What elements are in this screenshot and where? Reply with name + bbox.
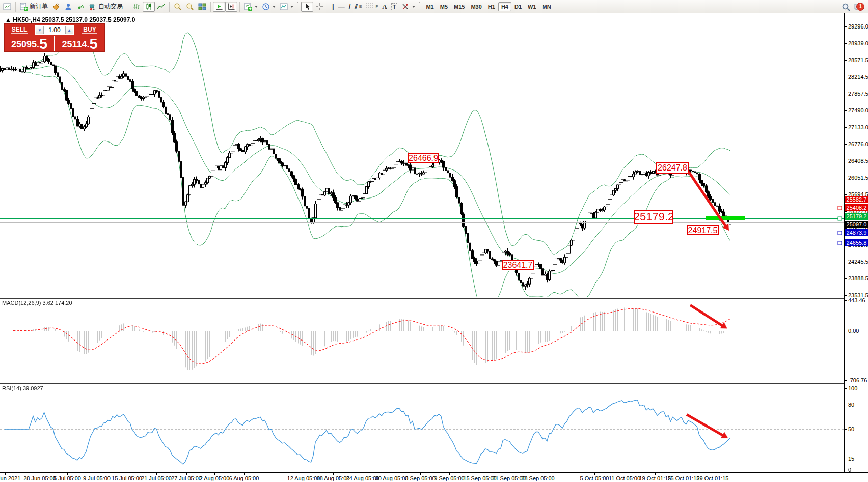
- time-tick-label: 5 Jul 05:00: [53, 475, 81, 481]
- signal-button[interactable]: [74, 2, 87, 12]
- rsi-tick: [845, 470, 847, 470]
- price-tick-label: 28939.0: [848, 40, 868, 46]
- channel-icon: ⫽: [355, 3, 358, 11]
- zoom-out-button[interactable]: [184, 2, 196, 12]
- search-button[interactable]: [839, 2, 852, 12]
- price-tick-label: 24245.5: [848, 259, 868, 265]
- arrows-tool-button[interactable]: [399, 2, 417, 12]
- label-tool-button[interactable]: T: [389, 2, 400, 12]
- price-tick-label: 27857.5: [848, 91, 868, 97]
- time-tick: [363, 473, 363, 475]
- price-tick-label: 29296.0: [848, 23, 868, 30]
- price-annotation[interactable]: 23641.7: [502, 260, 534, 270]
- fibonacci-icon: [366, 3, 374, 11]
- macd-tick-label: 0.00: [848, 328, 859, 334]
- time-tick-label: 28 Jun 05:00: [23, 475, 56, 481]
- bar-chart-button[interactable]: [130, 2, 143, 12]
- volume-decrease-button[interactable]: ▼: [36, 26, 44, 34]
- sell-button[interactable]: SELL: [5, 24, 34, 36]
- chart-window-icon-button[interactable]: [1, 2, 13, 12]
- time-tick-label: 12 Aug 05:00: [287, 475, 320, 481]
- volume-input[interactable]: [44, 25, 65, 35]
- new-order-button[interactable]: 新订单: [18, 2, 50, 12]
- buy-price[interactable]: 25114.5: [55, 36, 104, 51]
- price-annotation[interactable]: 25179.2: [634, 210, 673, 224]
- timeframe-button-d1[interactable]: D1: [511, 2, 525, 11]
- time-tick-label: 30 Aug 05:00: [375, 475, 409, 481]
- timeframe-button-m5[interactable]: M5: [437, 2, 451, 11]
- timeframe-button-h1[interactable]: H1: [485, 2, 498, 11]
- price-tick: [845, 144, 847, 145]
- price-tick: [845, 278, 847, 279]
- crosshair-tool-button[interactable]: [313, 2, 326, 12]
- trendline-tool-button[interactable]: /: [347, 2, 353, 12]
- clock-icon: [262, 3, 270, 11]
- rsi-tick: [845, 388, 847, 389]
- price-annotation[interactable]: 26466.9: [408, 153, 439, 163]
- text-tool-button[interactable]: A: [380, 2, 389, 12]
- volume-increase-button[interactable]: ▲: [65, 26, 73, 34]
- time-tick: [594, 473, 595, 475]
- crosshair-icon: [315, 3, 323, 11]
- sell-price[interactable]: 25095.5: [5, 36, 54, 51]
- support-highlight-bar[interactable]: [706, 216, 745, 220]
- periods-button[interactable]: [260, 2, 278, 12]
- line-chart-button[interactable]: [155, 2, 167, 12]
- time-tick: [156, 473, 157, 475]
- styler-button[interactable]: [50, 2, 62, 12]
- pane-separator[interactable]: [0, 382, 868, 382]
- price-tick: [845, 26, 847, 27]
- timeframe-button-m15[interactable]: M15: [451, 2, 468, 11]
- auto-trading-button[interactable]: 自动交易: [87, 2, 125, 12]
- time-tick-label: 11 Oct 05:00: [609, 475, 640, 481]
- price-annotation[interactable]: 24917.5: [687, 225, 719, 235]
- pane-separator[interactable]: [0, 297, 868, 297]
- collapse-arrow-icon[interactable]: ▲: [5, 16, 11, 23]
- price-tick-label: 27490.0: [848, 107, 868, 114]
- time-tick: [67, 473, 68, 475]
- buy-button[interactable]: BUY: [75, 24, 104, 36]
- cursor-tool-button[interactable]: [301, 2, 313, 12]
- zoom-in-button[interactable]: [172, 2, 184, 12]
- time-tick: [40, 473, 40, 475]
- auto-scroll-button[interactable]: [213, 2, 225, 12]
- time-tick: [655, 473, 656, 475]
- time-tick-label: 15 Jul 05:00: [112, 475, 142, 481]
- time-tick: [684, 473, 684, 475]
- timeframe-button-h4[interactable]: H4: [498, 2, 511, 11]
- time-tick-label: 21 Sep 05:00: [492, 475, 525, 481]
- macd-indicator-label: MACD(12,26,9) 3.62 174.20: [2, 300, 72, 306]
- profile-button[interactable]: [62, 2, 74, 12]
- channel-tool-button[interactable]: ⫽E: [352, 2, 364, 12]
- chart-plot-area[interactable]: [0, 13, 844, 472]
- time-tick: [127, 473, 127, 475]
- price-level-axis-box: 25179.2: [845, 213, 868, 220]
- price-tick-label: 28214.5: [848, 74, 868, 80]
- chart-stage: ▲ HK50-,H4 25037.5 25137.0 25037.5 25097…: [0, 13, 868, 482]
- time-tick: [392, 473, 392, 475]
- indicators-icon: [244, 3, 252, 11]
- time-tick-label: 18 Aug 05:00: [317, 475, 350, 481]
- timeframe-button-m1[interactable]: M1: [423, 2, 437, 11]
- timeframe-button-mn[interactable]: MN: [539, 2, 554, 11]
- vertical-line-tool-button[interactable]: |: [330, 2, 336, 12]
- templates-button[interactable]: [278, 2, 295, 12]
- community-chat-button[interactable]: 1: [852, 2, 867, 12]
- tile-windows-button[interactable]: [196, 2, 208, 12]
- time-tick: [214, 473, 215, 475]
- fibonacci-tool-button[interactable]: F: [364, 2, 380, 12]
- price-tick: [845, 178, 847, 178]
- price-annotation[interactable]: 26247.8: [656, 162, 689, 174]
- macd-tick: [845, 380, 847, 381]
- vline-icon: |: [332, 3, 334, 10]
- chart-shift-button[interactable]: [225, 2, 237, 12]
- timeframe-button-w1[interactable]: W1: [525, 2, 539, 11]
- fibo-sub-label: F: [375, 4, 378, 9]
- indicators-button[interactable]: [242, 2, 260, 12]
- macd-tick: [845, 300, 847, 301]
- horizontal-line-tool-button[interactable]: —: [336, 2, 347, 12]
- timeframe-button-m30[interactable]: M30: [468, 2, 484, 11]
- time-tick: [186, 473, 187, 475]
- paint-bucket-icon: [52, 3, 60, 11]
- candle-chart-button[interactable]: [143, 2, 155, 12]
